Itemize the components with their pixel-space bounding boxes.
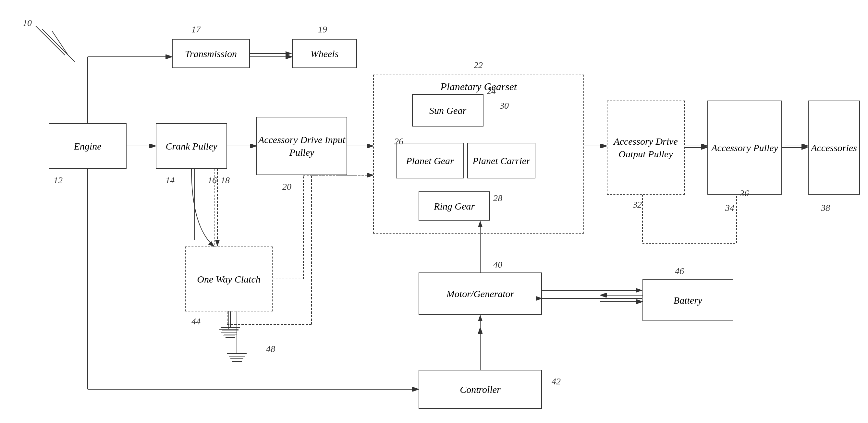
ref-38: 38	[821, 203, 830, 213]
ref-34: 34	[725, 203, 734, 213]
svg-line-33	[36, 26, 65, 55]
diagram: 10 Transmission 17 Wheels 19 Engine 12 C…	[0, 0, 868, 423]
ref-40: 40	[493, 260, 502, 270]
ref-44: 44	[191, 316, 200, 327]
ref-16: 16	[208, 175, 217, 186]
ref-30: 30	[500, 101, 509, 111]
engine-box: Engine	[49, 123, 127, 169]
one-way-clutch-box: One Way Clutch	[185, 247, 273, 312]
ref-46: 46	[675, 266, 684, 276]
controller-box: Controller	[418, 370, 542, 409]
ring-gear-box: Ring Gear	[418, 191, 490, 221]
accessory-drive-input-pulley-box: Accessory Drive Input Pulley	[256, 117, 347, 175]
ref-20: 20	[282, 182, 291, 192]
planet-carrier-box: Planet Carrier	[467, 143, 535, 178]
ref-48: 48	[266, 344, 275, 354]
ref-12: 12	[54, 175, 63, 186]
accessory-drive-output-pulley-box: Accessory Drive Output Pulley	[607, 101, 685, 195]
ref-19: 19	[318, 24, 327, 35]
ref-10: 10	[23, 18, 32, 28]
ref-14: 14	[165, 175, 175, 186]
ref-18: 18	[221, 175, 230, 186]
accessories-box: Accessories	[808, 101, 860, 195]
ref-28: 28	[493, 193, 502, 203]
motor-generator-box: Motor/Generator	[418, 272, 542, 315]
sun-gear-box: Sun Gear	[412, 94, 484, 127]
ref-24: 24	[487, 86, 496, 96]
ref-32: 32	[633, 199, 642, 210]
ref-26: 26	[394, 136, 403, 147]
ref-42: 42	[552, 376, 561, 387]
ref-17: 17	[191, 24, 200, 35]
ref-36: 36	[740, 188, 749, 198]
ref-22: 22	[474, 60, 483, 70]
planet-gear-box: Planet Gear	[396, 143, 464, 178]
battery-box: Battery	[643, 279, 733, 321]
crank-pulley-box: Crank Pulley	[156, 123, 227, 169]
accessory-pulley-box: Accessory Pulley	[707, 101, 782, 195]
svg-line-2	[42, 29, 74, 62]
transmission-box: Transmission	[172, 39, 250, 68]
svg-line-41	[52, 31, 68, 55]
wheels-box: Wheels	[292, 39, 357, 68]
